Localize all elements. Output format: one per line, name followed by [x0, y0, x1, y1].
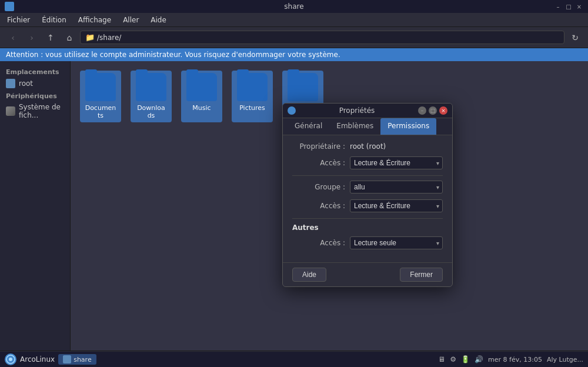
distro-label: ArcoLinux [20, 355, 55, 363]
back-icon: ‹ [11, 33, 15, 42]
folder-icon: 📁 [85, 33, 95, 42]
acces-proprietaire-select[interactable]: Lecture & Écriture Lecture seule Aucun [350, 156, 443, 169]
dialog-body: Propriétaire : root (root) Accès : Lectu… [283, 135, 452, 262]
folder-music[interactable]: Music [181, 71, 222, 122]
dialog-minimize-button[interactable]: – [418, 106, 426, 115]
fermer-button[interactable]: Fermer [400, 268, 443, 282]
folder-label-documents: Documents [82, 104, 119, 120]
folder-label-music: Music [183, 104, 220, 112]
groupe-label: Groupe : [292, 183, 345, 191]
devices-title: Périphériques [0, 90, 70, 101]
window-label: share [74, 356, 92, 363]
acces-autres-select-wrapper: Lecture seule Lecture & Écriture Aucun [350, 236, 443, 249]
sidebar: Emplacements root Périphériques Système … [0, 61, 71, 351]
titlebar-title: share [284, 2, 303, 11]
sidebar-item-filesystem[interactable]: Système de fich... [0, 101, 70, 121]
svg-point-1 [9, 358, 12, 361]
autres-title: Autres [292, 223, 443, 232]
groupe-select-wrapper: allu root [350, 181, 443, 193]
monitor-icon: 🖥 [438, 355, 445, 363]
acces-autres-row: Accès : Lecture seule Lecture & Écriture… [292, 236, 443, 249]
folder-pictures[interactable]: Pictures [232, 71, 273, 122]
warning-text: Attention : vous utilisez le compte admi… [6, 51, 340, 59]
menu-aller[interactable]: Aller [118, 15, 143, 25]
up-button[interactable]: ↑ [42, 29, 59, 46]
app-icon [5, 2, 14, 11]
distro-icon[interactable] [5, 353, 16, 365]
folder-downloads[interactable]: Downloads [131, 71, 172, 122]
forward-button[interactable]: › [24, 29, 40, 46]
folder-label-downloads: Downloads [133, 104, 169, 120]
path-bar[interactable]: 📁 /share/ [80, 31, 564, 44]
properties-dialog: Propriétés – □ × Général Emblèmes Permis… [282, 103, 453, 287]
titlebar-left [5, 2, 14, 11]
filesystem-icon [6, 106, 15, 116]
menu-edition[interactable]: Édition [37, 15, 71, 25]
proprietaire-label: Propriétaire : [292, 142, 345, 151]
taskbar-window[interactable]: share [58, 354, 96, 365]
folder-icon-videos [288, 73, 318, 101]
maximize-button[interactable]: □ [564, 2, 573, 11]
path-text: /share/ [97, 34, 121, 42]
taskbar: ArcoLinux share 🖥 ⚙ 🔋 🔊 mer 8 fév, 13:05… [0, 352, 588, 367]
acces-proprietaire-row: Accès : Lecture & Écriture Lecture seule… [292, 156, 443, 169]
minimize-button[interactable]: – [554, 2, 562, 11]
proprietaire-value: root (root) [350, 142, 386, 151]
dialog-controls: – □ × [418, 106, 447, 115]
user-label: Aly Lutge... [547, 356, 583, 363]
divider-1 [292, 175, 443, 176]
forward-icon: › [30, 33, 34, 42]
dialog-title: Propriétés [296, 106, 418, 115]
folder-icon-documents [85, 73, 116, 101]
window-folder-icon [63, 355, 71, 363]
up-icon: ↑ [47, 33, 54, 42]
acces-autres-select[interactable]: Lecture seule Lecture & Écriture Aucun [350, 236, 443, 249]
settings-icon[interactable]: ⚙ [450, 355, 456, 363]
reload-icon: ↻ [572, 33, 579, 42]
tab-emblemes[interactable]: Emblèmes [329, 118, 380, 135]
folder-icon-pictures [237, 73, 268, 101]
groupe-select[interactable]: allu root [350, 181, 443, 193]
folder-label-pictures: Pictures [234, 104, 270, 112]
acces-groupe-select[interactable]: Lecture & Écriture Lecture seule Aucun [350, 199, 443, 212]
acces-label-2: Accès : [292, 202, 345, 210]
back-button[interactable]: ‹ [5, 29, 21, 46]
titlebar-controls: – □ × [554, 2, 583, 11]
datetime-label: mer 8 fév, 13:05 [488, 356, 542, 363]
dialog-titlebar: Propriétés – □ × [283, 104, 452, 118]
battery-icon: 🔋 [461, 355, 470, 363]
dialog-app-icon [288, 106, 296, 115]
tab-permissions[interactable]: Permissions [380, 118, 436, 135]
titlebar: share – □ × [0, 0, 588, 13]
close-button[interactable]: × [575, 2, 583, 11]
sidebar-item-label-root: root [19, 79, 33, 88]
volume-icon[interactable]: 🔊 [475, 355, 483, 363]
folder-documents[interactable]: Documents [80, 71, 121, 122]
menubar: Fichier Édition Affichage Aller Aide [0, 13, 588, 27]
warning-bar: Attention : vous utilisez le compte admi… [0, 48, 588, 61]
taskbar-left: ArcoLinux share [5, 353, 96, 365]
reload-button[interactable]: ↻ [567, 29, 583, 46]
groupe-row: Groupe : allu root [292, 181, 443, 193]
dialog-close-button[interactable]: × [439, 106, 447, 115]
toolbar: ‹ › ↑ ⌂ 📁 /share/ ↻ [0, 27, 588, 48]
menu-aide[interactable]: Aide [146, 15, 171, 25]
proprietaire-row: Propriétaire : root (root) [292, 142, 443, 151]
home-button[interactable]: ⌂ [61, 29, 78, 46]
aide-button[interactable]: Aide [292, 268, 326, 282]
dialog-footer: Aide Fermer [283, 262, 452, 286]
tab-general[interactable]: Général [288, 118, 329, 135]
acces-label-1: Accès : [292, 159, 345, 167]
taskbar-right: 🖥 ⚙ 🔋 🔊 mer 8 fév, 13:05 Aly Lutge... [438, 355, 583, 363]
folder-icon-downloads [136, 73, 166, 101]
acces-label-3: Accès : [292, 239, 345, 247]
sidebar-item-root[interactable]: root [0, 77, 70, 90]
dialog-tabs: Général Emblèmes Permissions [283, 118, 452, 135]
menu-fichier[interactable]: Fichier [2, 15, 35, 25]
sidebar-item-label-fs: Système de fich... [19, 103, 64, 119]
folder-icon-music [186, 73, 217, 101]
menu-affichage[interactable]: Affichage [74, 15, 116, 25]
dialog-maximize-button[interactable]: □ [429, 106, 437, 115]
acces-proprietaire-select-wrapper: Lecture & Écriture Lecture seule Aucun [350, 156, 443, 169]
acces-groupe-select-wrapper: Lecture & Écriture Lecture seule Aucun [350, 199, 443, 212]
